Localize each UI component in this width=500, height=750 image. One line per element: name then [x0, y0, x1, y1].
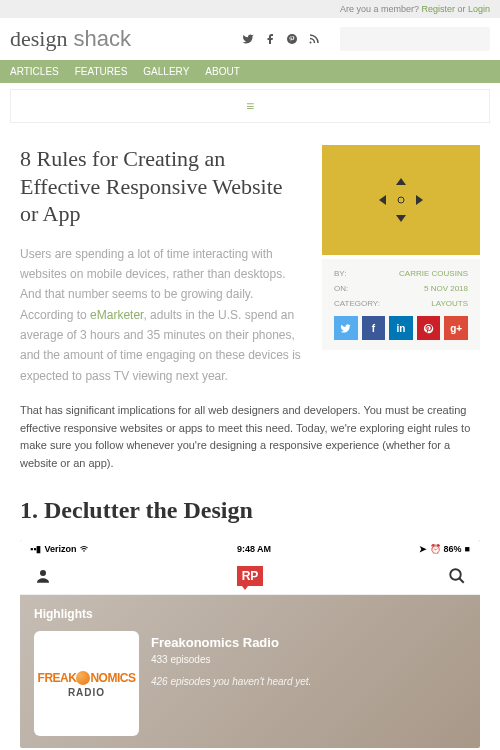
nav-articles[interactable]: ARTICLES: [10, 66, 59, 77]
category-link[interactable]: LAYOUTS: [431, 299, 468, 308]
pinterest-icon[interactable]: [286, 33, 298, 45]
featured-image: [322, 145, 480, 255]
podcast-artwork: FREAKNOMICS RADIO: [34, 631, 139, 736]
site-header: design shack: [0, 18, 500, 60]
member-prompt: Are you a member?: [340, 4, 422, 14]
svg-line-4: [459, 578, 464, 583]
podcast-unheard: 426 episodes you haven't heard yet.: [151, 675, 311, 689]
login-link[interactable]: Login: [468, 4, 490, 14]
app-header: RP: [20, 558, 480, 595]
rss-icon[interactable]: [308, 33, 320, 45]
layout-icon: [379, 178, 423, 222]
author-link[interactable]: CARRIE COUSINS: [399, 269, 468, 278]
phone-status-bar: ▪▪▮ Verizon 9:48 AM ➤ ⏰ 86% ■: [20, 540, 480, 558]
member-bar: Are you a member? Register or Login: [0, 0, 500, 18]
article-meta: BY:CARRIE COUSINS ON:5 NOV 2018 CATEGORY…: [322, 259, 480, 350]
main-nav: ARTICLES FEATURES GALLERY ABOUT: [0, 60, 500, 83]
signal-icon: ▪▪▮: [30, 544, 41, 554]
highlights-label: Highlights: [34, 607, 466, 621]
social-icons: [242, 33, 320, 45]
article-intro: Users are spending a lot of time interac…: [20, 244, 306, 387]
share-twitter[interactable]: [334, 316, 358, 340]
podcast-card[interactable]: FREAKNOMICS RADIO Freakonomics Radio 433…: [34, 631, 466, 736]
facebook-icon[interactable]: [264, 33, 276, 45]
share-pinterest[interactable]: [417, 316, 441, 340]
date-link[interactable]: 5 NOV 2018: [424, 284, 468, 293]
nav-about[interactable]: ABOUT: [205, 66, 239, 77]
svg-point-0: [287, 34, 297, 44]
battery-icon: ■: [465, 544, 470, 554]
nav-gallery[interactable]: GALLERY: [143, 66, 189, 77]
section-heading: 1. Declutter the Design: [20, 497, 480, 524]
emarketer-link[interactable]: eMarketer: [90, 308, 143, 322]
svg-point-2: [40, 570, 46, 576]
podcast-episodes: 433 episodes: [151, 654, 311, 665]
search-icon[interactable]: [448, 567, 466, 585]
svg-point-1: [310, 42, 312, 44]
phone-time: 9:48 AM: [237, 544, 271, 554]
article-content: 8 Rules for Creating an Effective Respon…: [0, 129, 500, 750]
podcast-name: Freakonomics Radio: [151, 635, 311, 650]
alarm-icon: ⏰: [430, 544, 441, 554]
site-logo[interactable]: design shack: [10, 26, 131, 52]
search-input[interactable]: [340, 27, 490, 51]
share-buttons: f in g+: [334, 316, 468, 340]
app-logo: RP: [237, 566, 264, 586]
share-facebook[interactable]: f: [362, 316, 386, 340]
article-para: That has significant implications for al…: [20, 402, 480, 472]
share-googleplus[interactable]: g+: [444, 316, 468, 340]
location-icon: ➤: [419, 544, 427, 554]
share-linkedin[interactable]: in: [389, 316, 413, 340]
wifi-icon: [79, 545, 89, 553]
svg-point-3: [450, 569, 461, 580]
subnav-toggle[interactable]: ≡: [10, 89, 490, 123]
nav-features[interactable]: FEATURES: [75, 66, 128, 77]
example-screenshot: ▪▪▮ Verizon 9:48 AM ➤ ⏰ 86% ■ RP Highlig…: [20, 540, 480, 748]
article-title: 8 Rules for Creating an Effective Respon…: [20, 145, 306, 228]
profile-icon[interactable]: [34, 567, 52, 585]
twitter-icon[interactable]: [242, 33, 254, 45]
register-link[interactable]: Register: [421, 4, 455, 14]
